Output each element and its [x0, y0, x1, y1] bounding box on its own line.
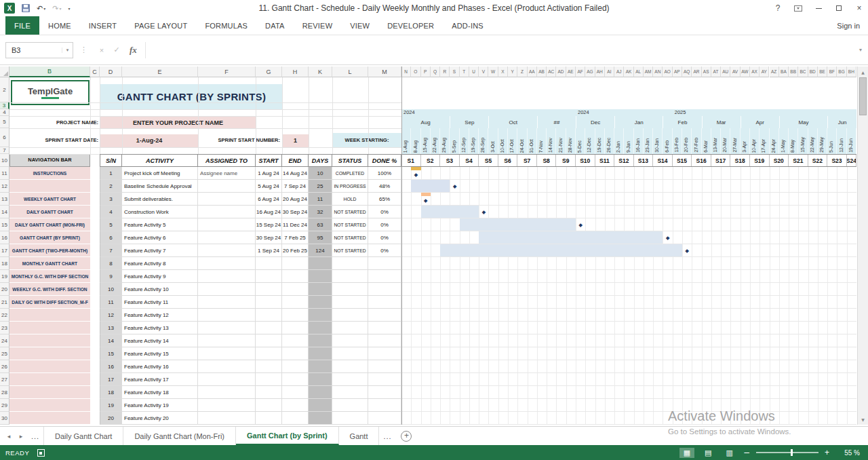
cell-activity-row-4[interactable]: Construction Work	[122, 206, 198, 218]
cell-end-row-10[interactable]	[282, 283, 309, 296]
row-header-18[interactable]: 18	[0, 257, 9, 270]
ribbon-tab-formulas[interactable]: FORMULAS	[196, 16, 256, 35]
gantt-row-15[interactable]	[401, 347, 856, 360]
cell-assigned-row-8[interactable]	[198, 257, 256, 270]
zoom-in-button[interactable]: +	[825, 448, 829, 457]
name-box[interactable]: B3 ▾	[5, 42, 73, 58]
cell-sn-row-17[interactable]: 17	[100, 373, 122, 386]
row-header-14[interactable]: 14	[0, 206, 9, 218]
cell-days-row-16[interactable]	[309, 360, 332, 373]
cell-status-row-8[interactable]	[332, 257, 368, 270]
gantt-row-6[interactable]: ◆	[401, 231, 856, 244]
cell-end-row-13[interactable]	[282, 322, 309, 334]
cell-status-row-4[interactable]: NOT STARTED	[332, 206, 368, 218]
column-header-bf[interactable]: BF	[827, 66, 837, 77]
hidden-tabs-right-button[interactable]: ...	[379, 427, 395, 445]
ribbon-tab-review[interactable]: REVIEW	[294, 16, 342, 35]
cell-start-row-7[interactable]: 1 Sep 24	[256, 244, 282, 257]
row-header-28[interactable]: 28	[0, 386, 9, 399]
row-header-23[interactable]: 23	[0, 322, 9, 334]
gantt-row-16[interactable]	[401, 360, 856, 373]
column-header-d[interactable]: D	[100, 66, 122, 77]
nav-item-daily-gantt-chart-mon-fri[interactable]: DAILY GANTT CHART (MON-FRI)	[9, 218, 90, 231]
cell-start-row-13[interactable]	[256, 322, 282, 334]
view-page-break-icon[interactable]: ▥	[722, 448, 737, 458]
gantt-row-20[interactable]	[401, 412, 856, 425]
cell-end-row-11[interactable]	[282, 296, 309, 309]
row-header-26[interactable]: 26	[0, 360, 9, 373]
column-header-az[interactable]: AZ	[770, 66, 779, 77]
cell-sn-row-16[interactable]: 16	[100, 360, 122, 373]
row-header-25[interactable]: 25	[0, 347, 9, 360]
column-header-f[interactable]: F	[198, 66, 256, 77]
cell-activity-row-15[interactable]: Feature Activity 15	[122, 347, 198, 360]
cell-status-row-1[interactable]: COMPLETED	[332, 167, 368, 180]
gantt-row-17[interactable]	[401, 373, 856, 386]
cell-assigned-row-20[interactable]	[198, 412, 256, 425]
gantt-row-8[interactable]	[401, 257, 856, 270]
enter-button[interactable]: ✓	[109, 45, 124, 54]
gantt-row-13[interactable]	[401, 322, 856, 334]
row-header-21[interactable]: 21	[0, 296, 9, 309]
column-header-at[interactable]: AT	[711, 66, 721, 77]
cell-assigned-row-6[interactable]	[198, 231, 256, 244]
column-header-x[interactable]: X	[498, 66, 508, 77]
redo-button[interactable]: ↷▾	[52, 4, 61, 13]
cell-assigned-row-13[interactable]	[198, 322, 256, 334]
cell-sn-row-20[interactable]: 20	[100, 412, 122, 425]
cell-done-row-16[interactable]	[368, 360, 401, 373]
column-header-al[interactable]: AL	[634, 66, 644, 77]
name-box-dropdown-icon[interactable]: ▾	[62, 47, 73, 53]
redo-dropdown-icon[interactable]: ▾	[59, 6, 61, 11]
column-header-au[interactable]: AU	[721, 66, 730, 77]
column-header-bb[interactable]: BB	[789, 66, 798, 77]
ribbon-tab-add-ins[interactable]: ADD-INS	[443, 16, 492, 35]
column-header-ab[interactable]: AB	[537, 66, 547, 77]
cell-done-row-2[interactable]: 48%	[368, 180, 401, 193]
nav-item-daily-gc-with-diff-section-m-f[interactable]: DAILY GC WITH DIFF SECTION_M-F	[9, 296, 90, 309]
cell-status-row-19[interactable]	[332, 399, 368, 412]
sheet-tab-gantt-chart-by-sprint[interactable]: Gantt Chart (by Sprint)	[236, 427, 339, 445]
column-header-ba[interactable]: BA	[779, 66, 789, 77]
row-header-30[interactable]: 30	[0, 412, 9, 425]
cell-sn-row-15[interactable]: 15	[100, 347, 122, 360]
help-button[interactable]: ?	[773, 3, 783, 13]
view-page-layout-icon[interactable]: ▤	[701, 448, 715, 458]
gantt-row-5[interactable]: ◆	[401, 218, 856, 231]
column-header-ag[interactable]: AG	[585, 66, 595, 77]
gantt-row-4[interactable]: ◆	[401, 206, 856, 218]
column-header-c[interactable]: C	[90, 66, 100, 77]
row-header-12[interactable]: 12	[0, 180, 9, 193]
zoom-slider-thumb[interactable]	[791, 449, 793, 456]
cell-sn-row-5[interactable]: 5	[100, 218, 122, 231]
cell-done-row-3[interactable]: 65%	[368, 193, 401, 206]
nav-item-monthly-gantt-chart[interactable]: MONTHLY GANTT CHART	[9, 257, 90, 270]
column-header-ap[interactable]: AP	[673, 66, 682, 77]
row-header-11[interactable]: 11	[0, 167, 9, 180]
cell-days-row-20[interactable]	[309, 412, 332, 425]
gantt-row-12[interactable]	[401, 309, 856, 322]
cell-assigned-row-18[interactable]	[198, 386, 256, 399]
column-header-n[interactable]: N	[401, 66, 411, 77]
undo-button[interactable]: ↶▾	[37, 4, 45, 13]
cell-status-row-15[interactable]	[332, 347, 368, 360]
close-button[interactable]: ×	[854, 3, 864, 13]
cell-sn-row-3[interactable]: 3	[100, 193, 122, 206]
sheet-tab-daily-gantt-chart[interactable]: Daily Gantt Chart	[43, 427, 123, 445]
view-normal-icon[interactable]: ▦	[679, 448, 694, 458]
cell-sn-row-6[interactable]: 6	[100, 231, 122, 244]
column-header-u[interactable]: U	[469, 66, 479, 77]
cell-days-row-2[interactable]: 25	[309, 180, 332, 193]
cell-status-row-6[interactable]: NOT STARTED	[332, 231, 368, 244]
select-all-corner[interactable]	[0, 66, 9, 77]
column-header-w[interactable]: W	[488, 66, 498, 77]
cell-activity-row-5[interactable]: Feature Activity 5	[122, 218, 198, 231]
column-header-an[interactable]: AN	[653, 66, 663, 77]
column-header-q[interactable]: Q	[431, 66, 440, 77]
column-header-aq[interactable]: AQ	[682, 66, 692, 77]
cell-days-row-4[interactable]: 32	[309, 206, 332, 218]
cell-activity-row-9[interactable]: Feature Activity 9	[122, 270, 198, 283]
cell-sn-row-4[interactable]: 4	[100, 206, 122, 218]
cell-activity-row-1[interactable]: Project kick off Meeting	[122, 167, 198, 180]
row-header-13[interactable]: 13	[0, 193, 9, 206]
